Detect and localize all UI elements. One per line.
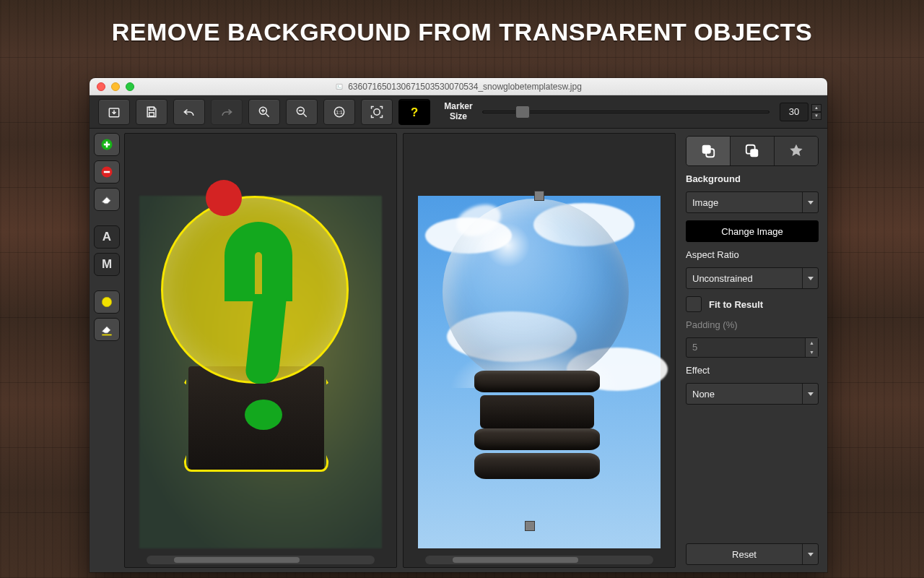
side-panel: Background Image Change Image Aspect Rat… — [679, 129, 827, 572]
remove-marker-stroke — [206, 180, 242, 216]
marker-size-slider[interactable] — [482, 103, 770, 121]
manual-mode-tool[interactable]: M — [94, 253, 120, 276]
svg-rect-21 — [750, 149, 758, 157]
result-viewport[interactable] — [403, 133, 676, 568]
result-canvas — [418, 196, 661, 548]
background-mode-select[interactable]: Image — [686, 191, 819, 213]
marker-size-increase[interactable]: ▲ — [811, 104, 821, 112]
crop-handle-top[interactable] — [534, 191, 544, 201]
save-button[interactable] — [136, 99, 167, 125]
marker-size-decrease[interactable]: ▼ — [811, 112, 821, 120]
window-title: 636071650130671503530070534_snowglobetem… — [90, 82, 827, 92]
aspect-ratio-select[interactable]: Unconstrained — [686, 267, 819, 289]
tab-favorites[interactable] — [774, 137, 818, 165]
auto-mode-tool[interactable]: A — [94, 225, 120, 249]
keep-marker-stroke — [212, 222, 313, 431]
effect-select[interactable]: None — [686, 383, 819, 405]
result-pedestal — [474, 371, 600, 472]
svg-point-16 — [102, 297, 111, 306]
zoom-actual-button[interactable]: 1:1 — [323, 99, 355, 125]
svg-point-1 — [338, 85, 339, 87]
maximize-window-button[interactable] — [126, 82, 134, 91]
eraser-tool[interactable] — [94, 188, 120, 211]
slider-thumb[interactable] — [515, 105, 530, 118]
result-scrollbar[interactable] — [425, 556, 653, 564]
svg-rect-4 — [149, 112, 154, 116]
fit-to-result-checkbox[interactable] — [686, 296, 702, 312]
open-button[interactable] — [98, 99, 130, 125]
window-filename: 636071650130671503530070534_snowglobetem… — [348, 82, 582, 92]
transparency-eraser-tool[interactable] — [94, 318, 120, 341]
aspect-ratio-label: Aspect Ratio — [686, 249, 819, 260]
svg-rect-17 — [102, 335, 111, 336]
svg-text:?: ? — [411, 105, 418, 118]
chevron-down-icon — [802, 192, 818, 212]
undo-button[interactable] — [173, 99, 205, 125]
panel-tabs — [686, 136, 819, 166]
viewports — [124, 129, 679, 572]
change-image-button[interactable]: Change Image — [686, 220, 819, 242]
svg-point-9 — [374, 108, 380, 114]
traffic-lights — [90, 82, 134, 91]
source-scrollbar[interactable] — [147, 556, 375, 564]
zoom-out-button[interactable] — [286, 99, 318, 125]
fit-to-result-label: Fit to Result — [709, 299, 763, 310]
crop-handle-bottom[interactable] — [525, 521, 535, 531]
source-canvas — [139, 196, 382, 548]
window-titlebar: 636071650130671503530070534_snowglobetem… — [90, 78, 827, 95]
help-button[interactable]: ? — [398, 99, 430, 125]
svg-rect-0 — [336, 84, 342, 89]
app-window: 636071650130671503530070534_snowglobetem… — [90, 78, 827, 572]
aspect-ratio-value: Unconstrained — [687, 273, 802, 284]
effect-value: None — [687, 389, 802, 400]
remove-marker-tool[interactable] — [94, 160, 120, 184]
content-area: A M — [90, 129, 827, 572]
source-viewport[interactable] — [124, 133, 397, 568]
zoom-in-button[interactable] — [248, 99, 280, 125]
marker-size-field: 30 ▲ ▼ — [780, 103, 821, 121]
add-marker-tool[interactable] — [94, 133, 120, 156]
svg-rect-15 — [104, 171, 110, 173]
main-toolbar: 1:1 ? Marker Size 30 ▲ ▼ — [90, 95, 827, 129]
padding-label: Padding (%) — [686, 319, 819, 330]
tool-column: A M — [90, 129, 124, 572]
chevron-down-icon — [802, 268, 818, 288]
file-icon — [335, 82, 344, 91]
padding-decrease[interactable]: ▼ — [806, 348, 818, 357]
padding-value: 5 — [687, 338, 805, 357]
reset-button[interactable]: Reset — [686, 543, 819, 565]
svg-rect-13 — [106, 142, 108, 147]
background-mode-value: Image — [687, 197, 802, 208]
marker-size-label: Marker Size — [440, 102, 476, 121]
chevron-down-icon — [802, 384, 818, 404]
reset-label: Reset — [687, 544, 802, 564]
svg-text:1:1: 1:1 — [336, 109, 343, 114]
transparency-marker-tool[interactable] — [94, 290, 120, 314]
svg-rect-3 — [149, 107, 154, 110]
padding-field[interactable]: 5 ▲ ▼ — [686, 337, 819, 358]
promo-heading: REMOVE BACKGROUND FROM TRANSPARENT OBJEC… — [0, 0, 924, 64]
tab-foreground[interactable] — [687, 137, 730, 165]
padding-increase[interactable]: ▲ — [806, 338, 818, 348]
zoom-fit-button[interactable] — [361, 99, 393, 125]
chevron-down-icon — [802, 544, 818, 564]
minimize-window-button[interactable] — [111, 82, 120, 91]
close-window-button[interactable] — [97, 82, 105, 91]
marker-size-value[interactable]: 30 — [780, 103, 808, 121]
effect-label: Effect — [686, 365, 819, 376]
tab-background[interactable] — [730, 137, 774, 165]
background-section-title: Background — [686, 173, 819, 184]
redo-button[interactable] — [211, 99, 243, 125]
